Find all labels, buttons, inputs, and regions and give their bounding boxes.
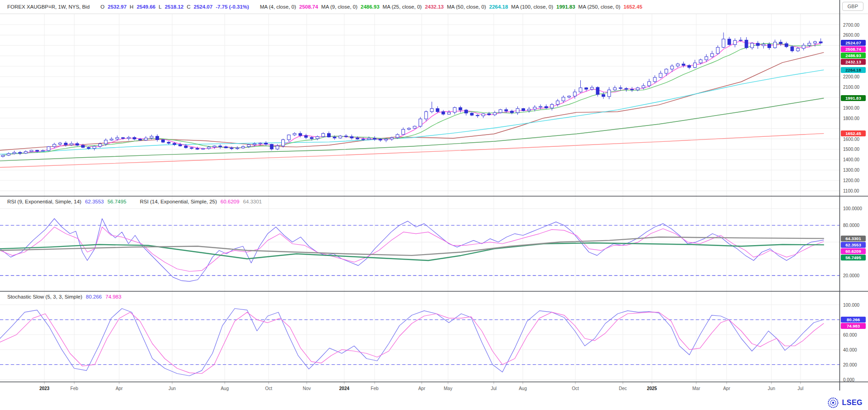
ma-legend-label: MA (100, close, 0) bbox=[511, 4, 553, 10]
candle[interactable] bbox=[293, 132, 296, 136]
candle[interactable] bbox=[436, 106, 439, 113]
candle[interactable] bbox=[511, 110, 514, 114]
candle[interactable] bbox=[550, 103, 554, 110]
candle[interactable] bbox=[339, 135, 342, 139]
candle[interactable] bbox=[219, 145, 222, 149]
candle[interactable] bbox=[756, 41, 759, 49]
candle[interactable] bbox=[53, 143, 56, 148]
candle[interactable] bbox=[659, 71, 662, 78]
ma-legend-item[interactable]: MA (50, close, 0)2264.18 bbox=[447, 4, 508, 10]
candle[interactable] bbox=[213, 145, 216, 149]
candle[interactable] bbox=[625, 87, 628, 92]
candle[interactable] bbox=[773, 39, 776, 48]
rsi-legend-item[interactable]: RSI (14, Exponential, Simple, 25)60.6209… bbox=[140, 199, 262, 204]
candle[interactable] bbox=[161, 139, 164, 143]
candle[interactable] bbox=[751, 42, 754, 49]
candle[interactable] bbox=[287, 135, 290, 142]
candle[interactable] bbox=[579, 80, 582, 93]
candle[interactable] bbox=[424, 111, 428, 121]
ma-legend-item[interactable]: MA (4, close, 0)2508.74 bbox=[260, 4, 318, 10]
candle[interactable] bbox=[304, 134, 308, 139]
candle[interactable] bbox=[76, 142, 79, 146]
quote-field-label: L bbox=[159, 4, 161, 10]
candle[interactable] bbox=[145, 136, 148, 141]
candle[interactable] bbox=[322, 132, 325, 137]
candle[interactable] bbox=[785, 42, 788, 48]
candle[interactable] bbox=[419, 117, 422, 128]
candle[interactable] bbox=[568, 95, 571, 98]
ma-legend-item[interactable]: MA (100, close, 0)1991.83 bbox=[511, 4, 575, 10]
candle[interactable] bbox=[694, 60, 697, 68]
candle[interactable] bbox=[373, 136, 376, 141]
price-badge: 2524.07 bbox=[841, 40, 866, 46]
candle[interactable] bbox=[545, 104, 548, 109]
candle[interactable] bbox=[407, 127, 410, 130]
candle[interactable] bbox=[710, 51, 714, 58]
stochastic-legend-value: 74.983 bbox=[106, 294, 121, 299]
candle[interactable] bbox=[459, 106, 462, 112]
candle[interactable] bbox=[47, 146, 50, 151]
candle[interactable] bbox=[482, 113, 485, 118]
candle[interactable] bbox=[19, 151, 22, 155]
candle[interactable] bbox=[265, 141, 268, 146]
candle[interactable] bbox=[631, 87, 634, 92]
candle[interactable] bbox=[648, 79, 651, 87]
candle[interactable] bbox=[487, 112, 491, 116]
rsi14-signal-line bbox=[0, 237, 824, 256]
candle[interactable] bbox=[93, 146, 96, 151]
candle[interactable] bbox=[596, 87, 599, 97]
candle[interactable] bbox=[476, 114, 479, 118]
candle[interactable] bbox=[802, 43, 805, 50]
ma-legend-label: MA (50, close, 0) bbox=[447, 4, 486, 10]
candle[interactable] bbox=[453, 106, 456, 114]
candle[interactable] bbox=[328, 131, 331, 137]
candle[interactable] bbox=[470, 112, 473, 116]
candle[interactable] bbox=[127, 136, 130, 140]
ma-legend-item[interactable]: MA (9, close, 0)2486.93 bbox=[321, 4, 379, 10]
currency-button[interactable]: GBP bbox=[842, 2, 863, 11]
candle[interactable] bbox=[156, 135, 159, 142]
candle[interactable] bbox=[619, 85, 622, 90]
candle[interactable] bbox=[442, 110, 445, 116]
x-axis-month-label: Feb bbox=[371, 386, 378, 391]
stochastic-legend-item[interactable]: Stochastic Slow (5, 3, 3, Simple)80.2667… bbox=[7, 294, 121, 299]
candle[interactable] bbox=[779, 39, 782, 46]
rsi-legend[interactable]: RSI (9, Exponential, Simple, 14)62.35535… bbox=[7, 199, 262, 204]
candle[interactable] bbox=[465, 109, 468, 115]
candle[interactable] bbox=[110, 137, 113, 141]
candle[interactable] bbox=[167, 141, 170, 145]
candle[interactable] bbox=[613, 86, 617, 91]
ma-legend-item[interactable]: MA (250, close, 0)1652.45 bbox=[579, 4, 642, 10]
candle[interactable] bbox=[344, 134, 347, 138]
ma-legend-item[interactable]: MA (25, close, 0)2432.13 bbox=[383, 4, 444, 10]
candle[interactable] bbox=[636, 87, 639, 92]
candle[interactable] bbox=[499, 109, 502, 113]
candle[interactable] bbox=[41, 150, 44, 152]
candle[interactable] bbox=[590, 86, 593, 91]
candle[interactable] bbox=[196, 147, 199, 150]
candle[interactable] bbox=[430, 102, 434, 113]
candle[interactable] bbox=[282, 139, 285, 148]
candle[interactable] bbox=[722, 33, 725, 48]
candle[interactable] bbox=[745, 37, 748, 49]
chart-canvas[interactable] bbox=[0, 0, 868, 410]
stochastic-legend[interactable]: Stochastic Slow (5, 3, 3, Simple)80.2667… bbox=[7, 294, 121, 299]
candle[interactable] bbox=[728, 37, 731, 45]
candle[interactable] bbox=[58, 142, 62, 146]
candle[interactable] bbox=[241, 145, 245, 149]
candle[interactable] bbox=[791, 45, 794, 52]
rsi-legend-item[interactable]: RSI (9, Exponential, Simple, 14)62.35535… bbox=[7, 199, 126, 204]
candle[interactable] bbox=[133, 136, 136, 140]
candle[interactable] bbox=[676, 63, 680, 68]
stoch-d-line bbox=[0, 312, 824, 373]
candle[interactable] bbox=[276, 144, 279, 150]
candle[interactable] bbox=[716, 45, 719, 54]
candle[interactable] bbox=[733, 39, 737, 48]
candle[interactable] bbox=[178, 143, 182, 147]
candle[interactable] bbox=[30, 150, 33, 152]
stoch-tick-label: 20.000 bbox=[843, 362, 857, 367]
candle[interactable] bbox=[688, 64, 691, 69]
candle[interactable] bbox=[819, 39, 822, 44]
candle[interactable] bbox=[7, 152, 10, 156]
candle[interactable] bbox=[413, 125, 416, 129]
